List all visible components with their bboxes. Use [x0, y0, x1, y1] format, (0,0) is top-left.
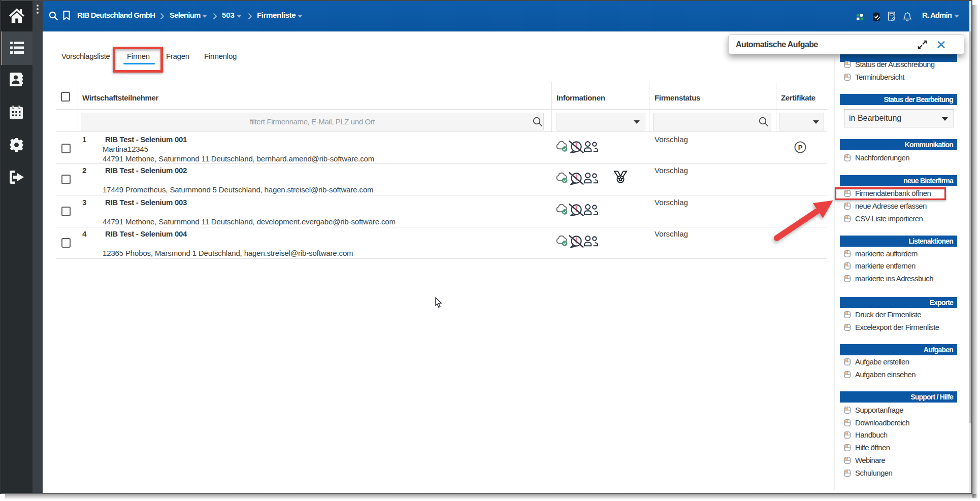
svg-text:P: P	[798, 144, 803, 151]
